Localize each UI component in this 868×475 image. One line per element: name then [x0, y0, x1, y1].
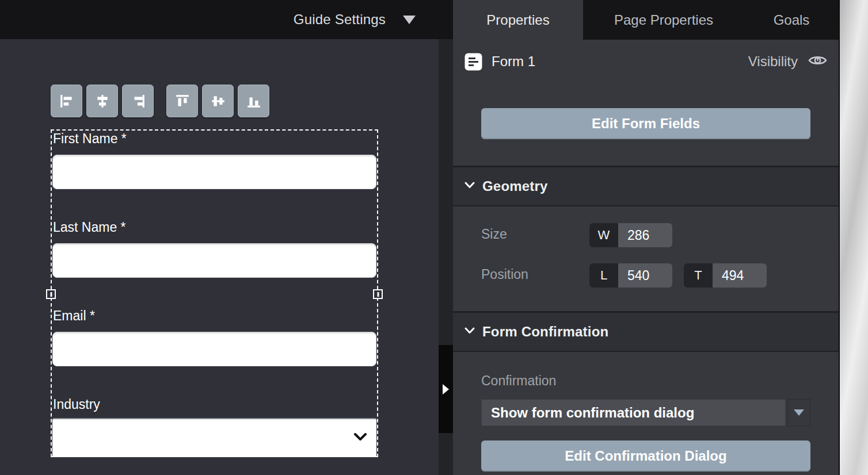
form-confirmation-section-title: Form Confirmation	[482, 324, 608, 340]
vertical-align-group	[166, 85, 269, 117]
align-center-horizontal-button[interactable]	[86, 85, 118, 117]
field-label-last-name: Last Name *	[53, 220, 126, 235]
selected-form-widget[interactable]: First Name * Last Name * Email * Industr…	[51, 129, 378, 457]
left-position-field: L 540	[589, 263, 672, 288]
properties-panel: Properties Page Properties Goals Form 1 …	[453, 0, 839, 475]
horizontal-align-group	[51, 85, 154, 117]
first-name-input[interactable]	[52, 155, 376, 189]
left-value-input[interactable]: 540	[618, 263, 672, 288]
width-field: W 286	[589, 223, 672, 247]
industry-select[interactable]	[52, 418, 376, 457]
email-input[interactable]	[52, 332, 376, 366]
gutter-top-strip	[439, 0, 453, 39]
form-confirmation-section-header[interactable]: Form Confirmation	[453, 313, 839, 351]
chevron-down-icon	[353, 432, 367, 444]
size-label: Size	[481, 227, 507, 242]
last-name-input[interactable]	[52, 243, 376, 278]
position-label: Position	[481, 267, 528, 282]
panel-tabbar: Properties Page Properties Goals	[453, 0, 839, 40]
geometry-section-title: Geometry	[482, 178, 548, 194]
align-middle-vertical-button[interactable]	[202, 85, 234, 117]
panel-header-row: Form 1 Visibility	[453, 48, 839, 75]
selected-element-title: Form 1	[492, 53, 748, 70]
triangle-down-icon	[794, 409, 804, 416]
align-left-button[interactable]	[51, 85, 82, 117]
tab-goals[interactable]: Goals	[744, 0, 839, 40]
desktop-background-strip	[839, 0, 868, 475]
divider	[453, 351, 839, 352]
left-key-label: L	[589, 263, 618, 288]
edit-form-fields-button[interactable]: Edit Form Fields	[481, 108, 810, 139]
confirmation-label: Confirmation	[481, 373, 556, 389]
guide-settings-dropdown-icon[interactable]	[403, 16, 416, 24]
top-position-field: T 494	[684, 263, 767, 288]
width-key-label: W	[589, 223, 618, 247]
form-icon	[465, 53, 482, 71]
chevron-down-icon	[464, 181, 475, 191]
field-label-email: Email *	[53, 308, 95, 324]
tab-properties[interactable]: Properties	[453, 0, 583, 40]
align-bottom-button[interactable]	[238, 85, 269, 117]
alignment-toolbar	[51, 85, 269, 117]
confirmation-dropdown-button[interactable]	[787, 399, 810, 426]
edit-confirmation-dialog-button[interactable]: Edit Confirmation Dialog	[481, 440, 810, 472]
confirmation-dropdown-value: Show form confirmation dialog	[491, 405, 694, 421]
tab-page-properties[interactable]: Page Properties	[583, 0, 744, 40]
confirmation-dropdown[interactable]: Show form confirmation dialog	[481, 399, 786, 426]
guide-designer-app: Guide Settings	[0, 0, 868, 475]
top-value-input[interactable]: 494	[713, 263, 767, 288]
resize-handle-right[interactable]	[373, 289, 383, 299]
align-middle-vertical-icon	[211, 94, 226, 109]
geometry-section-header[interactable]: Geometry	[453, 167, 839, 205]
resize-handle-left[interactable]	[46, 289, 56, 299]
tab-goals-label: Goals	[774, 12, 810, 28]
align-bottom-icon	[246, 94, 261, 109]
align-top-icon	[175, 94, 190, 109]
guide-settings-button[interactable]: Guide Settings	[294, 12, 386, 28]
tab-properties-label: Properties	[486, 12, 549, 28]
field-label-first-name: First Name *	[53, 131, 127, 147]
align-left-icon	[59, 94, 74, 109]
tab-page-properties-label: Page Properties	[614, 12, 713, 28]
design-canvas: Guide Settings	[0, 0, 439, 475]
eye-icon[interactable]	[808, 53, 827, 70]
field-label-industry: Industry	[53, 397, 100, 412]
width-value-input[interactable]: 286	[618, 223, 672, 247]
visibility-label: Visibility	[748, 53, 798, 70]
divider	[453, 205, 839, 206]
panel-collapse-handle[interactable]	[439, 345, 453, 433]
canvas-topbar: Guide Settings	[0, 0, 439, 39]
align-top-button[interactable]	[166, 85, 198, 117]
align-right-icon	[131, 94, 146, 109]
top-key-label: T	[684, 263, 713, 288]
chevron-right-icon	[443, 384, 449, 394]
align-center-horizontal-icon	[95, 94, 110, 109]
align-right-button[interactable]	[122, 85, 154, 117]
chevron-down-icon	[464, 327, 475, 337]
